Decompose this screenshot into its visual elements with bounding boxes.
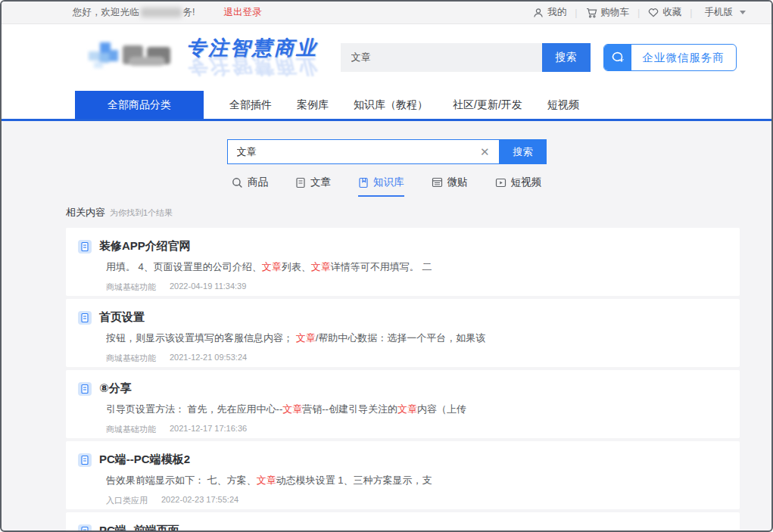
document-icon — [78, 240, 92, 254]
header-search-button[interactable]: 搜索 — [542, 43, 591, 72]
result-time: 2022-02-23 17:55:24 — [161, 495, 238, 506]
greeting-suffix: 务! — [183, 6, 195, 19]
site-header: 专注智慧商业 专注智慧商业 搜索 企业微信服务商 — [2, 24, 771, 91]
nav-links: 全部插件案例库知识库（教程）社区/更新/开发短视频 — [229, 91, 579, 119]
content-search-button[interactable]: 搜索 — [500, 139, 547, 164]
main-nav: 全部商品分类 全部插件案例库知识库（教程）社区/更新/开发短视频 — [2, 91, 771, 119]
result-item[interactable]: PC端--前端页面 — [66, 512, 740, 532]
slogan-text: 专注智慧商业 — [186, 35, 318, 61]
topbar-link-手机版[interactable]: 手机版 — [701, 6, 747, 19]
document-icon — [78, 311, 92, 325]
nav-link-知识库（教程）[interactable]: 知识库（教程） — [354, 98, 428, 112]
result-category: 商城基础功能 — [106, 353, 156, 364]
greeting: 您好，欢迎光临 务! 退出登录 — [73, 6, 261, 19]
result-title[interactable]: PC端--PC端模板2 — [99, 453, 190, 467]
content-search-box: ✕ — [227, 139, 500, 164]
results-count: 为你找到1个结果 — [110, 208, 173, 217]
logout-link[interactable]: 退出登录 — [223, 6, 261, 19]
result-time: 2021-12-17 17:16:36 — [170, 424, 247, 435]
result-meta: 入口类应用 2022-02-23 17:55:24 — [106, 495, 725, 506]
topbar-links: 我的 | 购物车 | 收藏 | 手机版 — [533, 6, 746, 19]
topbar-link-购物车[interactable]: 购物车 — [586, 6, 630, 19]
result-snippet: 按钮，则显示该设置填写的客服信息内容； 文章/帮助中心数据：选择一个平台，如果该 — [106, 331, 725, 345]
result-category: 商城基础功能 — [106, 424, 156, 435]
content-area: ✕ 搜索 商品 文章 知识库 微贴 短视频 相关内容为你找到1个结果 — [2, 121, 771, 532]
result-title[interactable]: PC端--前端页面 — [99, 524, 179, 532]
tab-文章[interactable]: 文章 — [295, 176, 331, 197]
article-icon — [295, 177, 306, 188]
result-type-tabs: 商品 文章 知识库 微贴 短视频 — [2, 176, 771, 197]
wechat-service-button[interactable]: 企业微信服务商 — [603, 44, 737, 71]
result-title[interactable]: 首页设置 — [99, 310, 145, 325]
separator: | — [575, 8, 577, 18]
document-icon — [78, 453, 92, 467]
result-item[interactable]: 装修APP介绍官网 用填。 4、页面设置里的公司介绍、文章列表、文章详情等可不用… — [66, 228, 740, 296]
result-meta: 商城基础功能 2022-04-19 11:34:39 — [106, 282, 725, 293]
search-icon — [232, 177, 243, 188]
clear-search-icon[interactable]: ✕ — [478, 145, 491, 159]
result-item[interactable]: ⑧分享 引导页设置方法： 首先，先在应用中心--文章营销--创建引导关注的文章内… — [66, 370, 740, 438]
result-meta: 商城基础功能 2021-12-17 17:16:36 — [106, 424, 725, 435]
topbar-link-收藏[interactable]: 收藏 — [648, 6, 681, 19]
browser-page: 您好，欢迎光临 务! 退出登录 我的 | 购物车 | 收藏 | 手机版 — [0, 0, 773, 532]
separator: | — [690, 8, 692, 18]
video-icon — [495, 178, 507, 188]
result-snippet: 引导页设置方法： 首先，先在应用中心--文章营销--创建引导关注的文章内容（上传 — [106, 403, 725, 416]
tab-知识库[interactable]: 知识库 — [358, 176, 404, 197]
result-category: 商城基础功能 — [106, 282, 156, 293]
results-header-label: 相关内容 — [66, 207, 105, 218]
slogan: 专注智慧商业 专注智慧商业 — [186, 35, 318, 80]
caret-down-icon — [740, 11, 746, 14]
tab-商品[interactable]: 商品 — [232, 176, 268, 197]
tab-短视频[interactable]: 短视频 — [495, 176, 542, 197]
document-icon — [78, 382, 92, 396]
document-icon — [78, 524, 92, 532]
result-title[interactable]: 装修APP介绍官网 — [99, 239, 191, 254]
nav-link-社区/更新/开发[interactable]: 社区/更新/开发 — [453, 98, 522, 112]
result-time: 2021-12-21 09:53:24 — [170, 353, 247, 364]
post-icon — [432, 177, 443, 188]
top-utility-bar: 您好，欢迎光临 务! 退出登录 我的 | 购物车 | 收藏 | 手机版 — [2, 2, 771, 24]
greeting-prefix: 您好，欢迎光临 — [73, 6, 139, 19]
tab-微贴[interactable]: 微贴 — [432, 176, 468, 197]
result-time: 2022-04-19 11:34:39 — [170, 282, 246, 293]
results-list: 装修APP介绍官网 用填。 4、页面设置里的公司介绍、文章列表、文章详情等可不用… — [66, 228, 740, 532]
result-category: 入口类应用 — [106, 495, 148, 506]
all-categories-button[interactable]: 全部商品分类 — [75, 91, 204, 119]
site-logo[interactable] — [86, 39, 176, 76]
separator: | — [637, 8, 640, 18]
content-search-row: ✕ 搜索 — [2, 139, 771, 164]
content-search-input[interactable] — [237, 146, 478, 157]
nav-link-短视频[interactable]: 短视频 — [547, 98, 579, 112]
result-snippet: 用填。 4、页面设置里的公司介绍、文章列表、文章详情等可不用填写。 二 — [106, 260, 725, 274]
result-meta: 商城基础功能 2021-12-21 09:53:24 — [106, 353, 725, 364]
censored-username — [141, 8, 182, 17]
wechat-work-icon — [604, 44, 631, 71]
result-snippet: 告效果前端显示如下： 七、方案、文章动态模块设置 1、三种方案显示，支 — [106, 474, 725, 487]
knowledge-icon — [358, 177, 369, 188]
results-header: 相关内容为你找到1个结果 — [66, 206, 740, 219]
wechat-service-label: 企业微信服务商 — [631, 51, 737, 65]
nav-link-案例库[interactable]: 案例库 — [297, 98, 329, 112]
result-item[interactable]: 首页设置 按钮，则显示该设置填写的客服信息内容； 文章/帮助中心数据：选择一个平… — [66, 299, 740, 367]
topbar-link-我的[interactable]: 我的 — [533, 6, 566, 19]
result-title[interactable]: ⑧分享 — [99, 381, 132, 396]
result-item[interactable]: PC端--PC端模板2 告效果前端显示如下： 七、方案、文章动态模块设置 1、三… — [66, 441, 740, 509]
user-icon — [533, 8, 544, 18]
results-section: 相关内容为你找到1个结果 装修APP介绍官网 用填。 4、页面设置里的公司介绍、… — [66, 206, 740, 532]
cart-icon — [586, 8, 597, 18]
nav-link-全部插件[interactable]: 全部插件 — [229, 98, 272, 112]
heart-icon — [648, 8, 659, 17]
header-search-input[interactable] — [341, 43, 542, 72]
header-search: 搜索 — [341, 43, 591, 72]
